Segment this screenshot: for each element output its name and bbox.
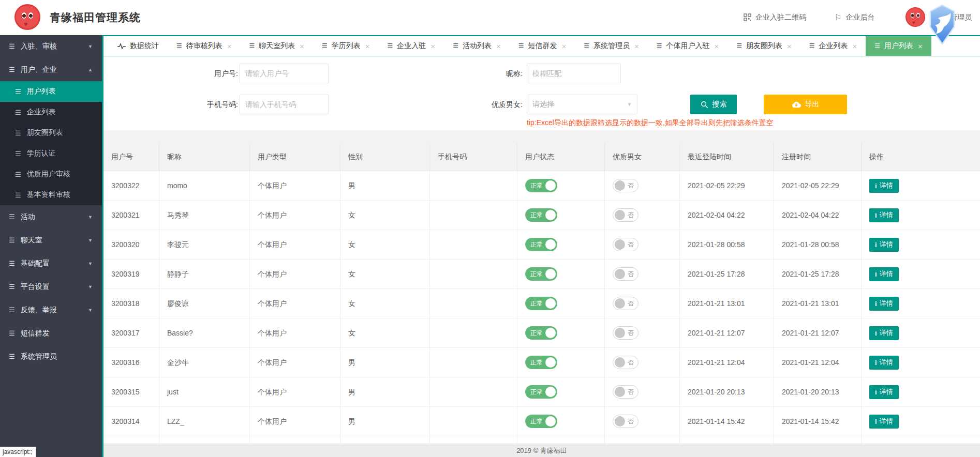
company-entry-qrcode-link[interactable]: 企业入驻二维码 (744, 0, 806, 35)
cell-registered: 2021-01-28 00:58 (774, 230, 862, 259)
search-button[interactable]: 搜索 (690, 95, 737, 114)
close-icon[interactable]: × (787, 42, 792, 51)
tab-bar: 数据统计 ☰ 待审核列表 × ☰ 聊天室列表 × ☰ 学历列表 × ☰ 企业入驻… (103, 35, 980, 56)
xunlei-float-icon[interactable] (927, 4, 957, 48)
sidebar-item-feedback-report[interactable]: ☰ 反馈、举报 ▼ (0, 298, 102, 322)
close-icon[interactable]: × (853, 42, 857, 51)
detail-button[interactable]: i 详情 (869, 208, 899, 222)
sidebar-item-sms-broadcast[interactable]: ☰ 短信群发 (0, 322, 102, 345)
sidebar-item-profile-review[interactable]: ☰ 基本资料审核 (0, 185, 102, 205)
premium-toggle[interactable]: 否 (613, 238, 639, 251)
close-icon[interactable]: × (430, 42, 435, 51)
tab-activity-list[interactable]: ☰ 活动列表 × (444, 36, 510, 56)
chevron-down-icon: ▼ (88, 215, 93, 220)
export-button[interactable]: 导出 (764, 95, 847, 114)
detail-button[interactable]: i 详情 (869, 297, 899, 311)
premium-toggle[interactable]: 否 (613, 415, 639, 428)
close-icon[interactable]: × (300, 42, 304, 51)
status-toggle[interactable]: 正常 (525, 238, 557, 251)
tab-moments-list[interactable]: ☰ 朋友圈列表 × (727, 36, 800, 56)
status-toggle[interactable]: 正常 (525, 326, 557, 340)
column-header: 操作 (862, 143, 980, 171)
close-icon[interactable]: × (227, 42, 232, 51)
detail-button[interactable]: i 详情 (869, 415, 899, 429)
cell-last-login: 2021-01-25 17:28 (680, 260, 774, 288)
premium-toggle-label: 否 (628, 329, 634, 338)
status-toggle[interactable]: 正常 (525, 297, 557, 310)
sidebar-item-moments-list[interactable]: ☰ 朋友圈列表 (0, 123, 102, 143)
detail-button[interactable]: i 详情 (869, 385, 899, 399)
close-icon[interactable]: × (714, 42, 719, 51)
tab-data-stats[interactable]: 数据统计 (109, 36, 168, 56)
close-icon[interactable]: × (365, 42, 370, 51)
sidebar-item-company-list[interactable]: ☰ 企业列表 (0, 102, 102, 123)
status-toggle[interactable]: 正常 (525, 267, 557, 281)
close-icon[interactable]: × (561, 42, 566, 51)
sidebar-item-label: 活动 (21, 212, 35, 222)
sidebar-item-chatroom[interactable]: ☰ 聊天室 ▼ (0, 229, 102, 252)
toggle-knob (545, 269, 556, 279)
status-toggle-label: 正常 (530, 211, 543, 220)
detail-button[interactable]: i 详情 (869, 238, 899, 252)
cell-user-id: 3200316 (103, 348, 159, 377)
detail-button[interactable]: i 详情 (869, 179, 899, 193)
status-toggle[interactable]: 正常 (525, 208, 557, 222)
sidebar: ☰ 入驻、审核 ▼ ☰ 用户、企业 ▲ ☰ 用户列表 ☰ 企业列表 ☰ 朋友圈列… (0, 35, 103, 457)
status-toggle[interactable]: 正常 (525, 356, 557, 369)
detail-button[interactable]: i 详情 (869, 326, 899, 340)
sidebar-submenu-users-companies: ☰ 用户列表 ☰ 企业列表 ☰ 朋友圈列表 ☰ 学历认证 ☰ 优质用户审核 ☰ … (0, 81, 102, 205)
sidebar-item-user-list[interactable]: ☰ 用户列表 (0, 81, 102, 102)
cell-phone (430, 260, 517, 288)
sidebar-item-label: 基础配置 (21, 259, 50, 268)
company-backend-link[interactable]: ⚐ 企业后台 (835, 0, 874, 35)
cell-last-login: 2021-01-21 12:07 (680, 318, 774, 347)
tab-company-list[interactable]: ☰ 企业列表 × (800, 36, 866, 56)
phone-input[interactable] (240, 95, 329, 114)
admin-avatar[interactable]: ♥ (905, 7, 925, 27)
toggle-knob (545, 239, 556, 250)
premium-gender-select[interactable]: 请选择 ▼ (527, 95, 637, 114)
status-toggle[interactable]: 正常 (525, 179, 557, 192)
tab-individual-user-entry[interactable]: ☰ 个体用户入驻 × (648, 36, 728, 56)
tab-user-list[interactable]: ☰ 用户列表 × (866, 36, 931, 56)
close-icon[interactable]: × (918, 42, 923, 51)
sidebar-item-premium-user-review[interactable]: ☰ 优质用户审核 (0, 164, 102, 185)
cell-actions: i 详情 (862, 260, 980, 288)
detail-button[interactable]: i 详情 (869, 356, 899, 370)
tab-sms-broadcast[interactable]: ☰ 短信群发 × (510, 36, 575, 56)
sidebar-item-entry-review[interactable]: ☰ 入驻、审核 ▼ (0, 35, 102, 58)
cell-gender: 女 (340, 318, 430, 347)
premium-toggle[interactable]: 否 (613, 297, 639, 310)
sidebar-item-activity[interactable]: ☰ 活动 ▼ (0, 205, 102, 229)
tab-education-list[interactable]: ☰ 学历列表 × (313, 36, 379, 56)
sidebar-item-education-cert[interactable]: ☰ 学历认证 (0, 143, 102, 164)
close-icon[interactable]: × (496, 42, 501, 51)
nickname-input[interactable] (527, 64, 621, 83)
status-toggle-label: 正常 (530, 270, 543, 279)
sidebar-item-system-admin[interactable]: ☰ 系统管理员 (0, 345, 102, 368)
cell-actions: i 详情 (862, 348, 980, 377)
close-icon[interactable]: × (634, 42, 639, 51)
premium-toggle[interactable]: 否 (613, 356, 639, 369)
premium-toggle[interactable]: 否 (613, 179, 639, 192)
sidebar-item-label: 朋友圈列表 (27, 128, 63, 138)
tab-company-entry[interactable]: ☰ 企业入驻 × (379, 36, 444, 56)
tab-system-admin[interactable]: ☰ 系统管理员 × (575, 36, 648, 56)
premium-toggle[interactable]: 否 (613, 208, 639, 222)
status-toggle[interactable]: 正常 (525, 415, 557, 428)
cell-user-id: 3200319 (103, 260, 159, 288)
sidebar-item-basic-config[interactable]: ☰ 基础配置 ▼ (0, 252, 102, 275)
detail-button[interactable]: i 详情 (869, 267, 899, 281)
cell-premium: 否 (605, 171, 680, 200)
cell-premium: 否 (605, 407, 680, 436)
premium-toggle[interactable]: 否 (613, 385, 639, 399)
user-id-input[interactable] (240, 64, 329, 83)
premium-toggle[interactable]: 否 (613, 326, 639, 340)
tab-chatroom-list[interactable]: ☰ 聊天室列表 × (241, 36, 314, 56)
sidebar-item-platform-settings[interactable]: ☰ 平台设置 ▼ (0, 275, 102, 298)
sidebar-item-users-companies[interactable]: ☰ 用户、企业 ▲ (0, 58, 102, 81)
tab-pending-review-list[interactable]: ☰ 待审核列表 × (168, 36, 241, 56)
premium-toggle[interactable]: 否 (613, 267, 639, 281)
column-header: 用户状态 (517, 143, 605, 171)
status-toggle[interactable]: 正常 (525, 385, 557, 399)
